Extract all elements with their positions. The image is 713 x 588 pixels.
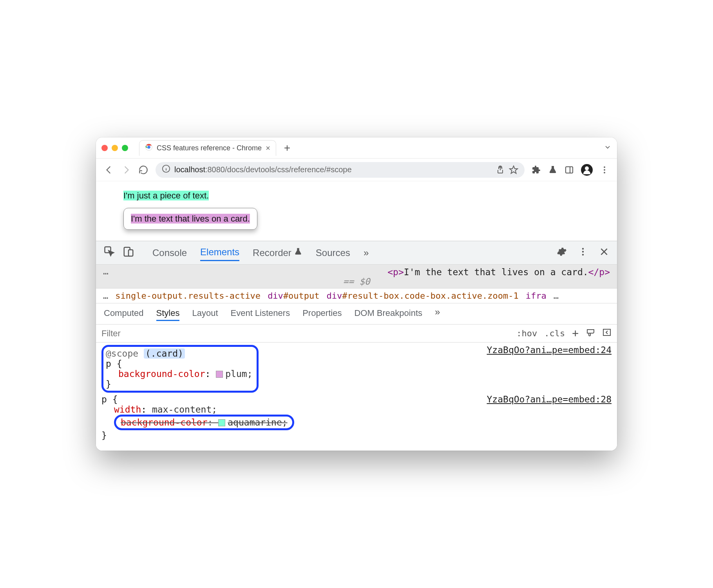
site-info-icon[interactable] [162,164,170,175]
color-swatch-plum[interactable] [216,371,223,378]
svg-rect-7 [566,167,573,173]
annotation-highlight-overridden: background-color: aquamarine; [114,415,294,430]
browser-toolbar: localhost:8080/docs/devtools/css/referen… [96,159,617,181]
svg-point-16 [582,251,584,252]
subtab-layout[interactable]: Layout [192,307,218,321]
svg-rect-14 [128,250,133,256]
more-tabs-icon[interactable]: » [364,247,369,258]
card: I'm the text that lives on a card. [123,208,257,230]
svg-point-17 [582,254,584,255]
cls-toggle[interactable]: .cls [544,328,565,338]
styles-toolbar: :hov .cls + [96,325,617,343]
subtab-properties[interactable]: Properties [302,307,342,321]
crumb[interactable]: single-output.results-active [115,291,261,301]
kebab-menu-icon[interactable] [578,247,588,259]
subtab-eventlisteners[interactable]: Event Listeners [231,307,290,321]
share-icon[interactable] [496,165,505,175]
browser-window: CSS features reference - Chrome × + loca… [96,137,617,451]
tab-title: CSS features reference - Chrome [157,144,262,152]
rule-source-link[interactable]: YzaBqOo?ani…pe=embed:24 [487,345,612,355]
bookmark-icon[interactable] [509,165,518,175]
close-tab-icon[interactable]: × [266,144,270,153]
url: localhost:8080/docs/devtools/css/referen… [174,165,352,174]
browser-menu-icon[interactable] [600,165,609,175]
svg-point-15 [582,248,584,249]
elements-tree-selected[interactable]: … <p>I'm the text that lives on a card.<… [96,265,617,289]
chrome-icon [145,143,153,153]
tab-console[interactable]: Console [152,245,187,261]
close-devtools-icon[interactable] [599,247,609,259]
styles-sidebar-tabs: Computed Styles Layout Event Listeners P… [96,303,617,325]
paragraph-1: I'm just a piece of text. [123,191,209,200]
crumb[interactable]: ifra [526,291,547,301]
sidepanel-icon[interactable] [565,165,574,175]
subtab-computed[interactable]: Computed [104,307,144,321]
forward-button[interactable] [121,165,131,175]
svg-point-11 [604,172,605,173]
labs-icon[interactable] [548,165,557,175]
subtab-dombreakpoints[interactable]: DOM Breakpoints [354,307,422,321]
profile-avatar[interactable] [581,164,593,176]
address-bar[interactable]: localhost:8080/docs/devtools/css/referen… [156,162,525,178]
tab-recorder[interactable]: Recorder [253,245,302,261]
crumb[interactable]: div#output [268,291,319,301]
tab-sources[interactable]: Sources [316,245,350,261]
svg-point-9 [604,166,605,168]
svg-marker-6 [510,166,518,173]
paragraph-2: I'm the text that lives on a card. [131,214,250,224]
styles-filter-input[interactable] [101,328,180,339]
maximize-window-button[interactable] [122,145,128,151]
paint-brush-icon[interactable] [586,328,595,339]
tabs-dropdown-icon[interactable] [604,143,612,153]
device-toolbar-icon[interactable] [123,246,134,260]
browser-tab[interactable]: CSS features reference - Chrome × [139,140,276,156]
hov-toggle[interactable]: :hov [516,328,537,338]
svg-rect-20 [603,329,610,335]
more-subtabs-icon[interactable]: » [435,307,440,321]
page-viewport: I'm just a piece of text. I'm the text t… [96,181,617,241]
devtools-panel: Console Elements Recorder Sources » … <p… [96,241,617,451]
devtools-tabs: Console Elements Recorder Sources » [96,241,617,265]
svg-point-1 [147,146,150,149]
rule-source-link[interactable]: YzaBqOo?ani…pe=embed:28 [487,394,612,404]
traffic-lights [101,145,128,151]
back-button[interactable] [104,165,114,175]
inspect-element-icon[interactable] [104,246,116,260]
dom-breadcrumbs[interactable]: … single-output.results-active div#outpu… [96,289,617,303]
crumb[interactable]: div#result-box.code-box.active.zoom-1 [327,291,519,301]
toggle-sidebar-icon[interactable] [602,328,612,339]
style-rule-1[interactable]: YzaBqOo?ani…pe=embed:24 @scope (.card) p… [101,345,612,390]
svg-point-10 [604,169,605,171]
annotation-highlight-scope: @scope (.card) p { background-color: plu… [101,345,259,393]
extensions-icon[interactable] [532,165,541,175]
new-style-rule-icon[interactable]: + [572,327,579,340]
settings-icon[interactable] [557,247,567,259]
close-window-button[interactable] [101,145,108,151]
minimize-window-button[interactable] [112,145,118,151]
style-rules: YzaBqOo?ani…pe=embed:24 @scope (.card) p… [96,343,617,451]
new-tab-button[interactable]: + [284,142,290,154]
titlebar: CSS features reference - Chrome × + [96,137,617,159]
reload-button[interactable] [138,165,148,175]
tab-elements[interactable]: Elements [200,244,239,261]
color-swatch-aquamarine[interactable] [218,419,225,426]
style-rule-2[interactable]: YzaBqOo?ani…pe=embed:28 p { width: max-c… [101,394,612,440]
subtab-styles[interactable]: Styles [156,307,180,321]
beaker-icon [294,247,302,258]
